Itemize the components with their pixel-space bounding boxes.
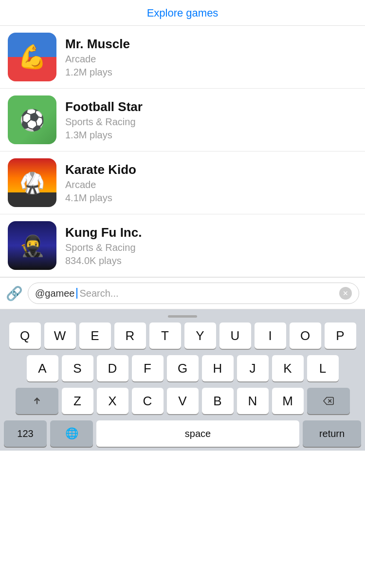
game-thumb-kung-fu-inc	[8, 221, 56, 270]
key-r[interactable]: R	[114, 322, 146, 349]
key-p[interactable]: P	[325, 322, 356, 349]
search-input-wrapper[interactable]: @gamee Search... ✕	[28, 283, 359, 304]
game-plays-kung-fu-inc: 834.0K plays	[65, 255, 142, 266]
keyboard-drag-handle	[168, 315, 197, 318]
key-f[interactable]: F	[132, 355, 164, 381]
keyboard-row-2: A S D F G H J K L	[2, 355, 363, 381]
key-g[interactable]: G	[167, 355, 199, 381]
key-j[interactable]: J	[237, 355, 269, 381]
text-cursor	[76, 288, 77, 299]
game-info-football-star: Football Star Sports & Racing 1.3M plays	[65, 99, 143, 141]
key-s[interactable]: S	[62, 355, 93, 381]
key-h[interactable]: H	[202, 355, 234, 381]
key-t[interactable]: T	[149, 322, 181, 349]
key-globe[interactable]: 🌐	[50, 420, 93, 447]
key-x[interactable]: X	[97, 388, 128, 414]
explore-header: Explore games	[0, 0, 365, 26]
game-item-mr-muscle[interactable]: Mr. Muscle Arcade 1.2M plays	[0, 26, 365, 89]
game-item-kung-fu-inc[interactable]: Kung Fu Inc. Sports & Racing 834.0K play…	[0, 214, 365, 277]
clear-icon-symbol: ✕	[343, 289, 348, 297]
search-placeholder: Search...	[79, 288, 118, 299]
key-m[interactable]: M	[272, 388, 304, 414]
game-name-football-star: Football Star	[65, 99, 143, 114]
attachment-icon[interactable]: 🔗	[6, 285, 23, 302]
key-c[interactable]: C	[132, 388, 164, 414]
keyboard-row-1: Q W E R T Y U I O P	[2, 322, 363, 349]
game-item-karate-kido[interactable]: Karate Kido Arcade 4.1M plays	[0, 152, 365, 214]
game-plays-mr-muscle: 1.2M plays	[65, 67, 130, 78]
key-k[interactable]: K	[272, 355, 304, 381]
key-q[interactable]: Q	[9, 322, 41, 349]
game-plays-karate-kido: 4.1M plays	[65, 192, 136, 204]
key-i[interactable]: I	[255, 322, 286, 349]
game-category-football-star: Sports & Racing	[65, 116, 143, 128]
key-shift[interactable]	[16, 388, 58, 414]
game-category-karate-kido: Arcade	[65, 179, 136, 190]
game-name-karate-kido: Karate Kido	[65, 162, 136, 177]
clear-search-button[interactable]: ✕	[339, 287, 352, 300]
keyboard-row-3: Z X C V B N M	[2, 388, 363, 414]
game-category-kung-fu-inc: Sports & Racing	[65, 242, 142, 253]
key-space[interactable]: space	[96, 420, 299, 447]
game-list: Mr. Muscle Arcade 1.2M plays Football St…	[0, 26, 365, 277]
key-o[interactable]: O	[290, 322, 321, 349]
game-plays-football-star: 1.3M plays	[65, 130, 143, 141]
game-info-karate-kido: Karate Kido Arcade 4.1M plays	[65, 162, 136, 204]
game-info-kung-fu-inc: Kung Fu Inc. Sports & Racing 834.0K play…	[65, 225, 142, 266]
search-bar-container: 🔗 @gamee Search... ✕	[0, 277, 365, 309]
explore-games-link[interactable]: Explore games	[147, 7, 219, 19]
game-thumb-mr-muscle	[8, 33, 56, 81]
globe-icon: 🌐	[65, 427, 78, 440]
key-return[interactable]: return	[303, 420, 361, 447]
key-d[interactable]: D	[97, 355, 128, 381]
key-a[interactable]: A	[27, 355, 58, 381]
key-delete[interactable]	[307, 388, 350, 414]
key-z[interactable]: Z	[62, 388, 93, 414]
key-e[interactable]: E	[79, 322, 111, 349]
game-name-kung-fu-inc: Kung Fu Inc.	[65, 225, 142, 240]
keyboard-row-4: 123 🌐 space return	[4, 420, 361, 447]
game-item-football-star[interactable]: Football Star Sports & Racing 1.3M plays	[0, 89, 365, 152]
key-n[interactable]: N	[237, 388, 269, 414]
game-name-mr-muscle: Mr. Muscle	[65, 37, 130, 52]
key-y[interactable]: Y	[184, 322, 216, 349]
key-b[interactable]: B	[202, 388, 234, 414]
game-category-mr-muscle: Arcade	[65, 54, 130, 65]
key-v[interactable]: V	[167, 388, 199, 414]
key-u[interactable]: U	[219, 322, 251, 349]
game-info-mr-muscle: Mr. Muscle Arcade 1.2M plays	[65, 37, 130, 78]
search-prefix: @gamee	[35, 288, 74, 299]
key-l[interactable]: L	[307, 355, 339, 381]
game-thumb-football-star	[8, 95, 56, 144]
keyboard: Q W E R T Y U I O P A S D F G H J K L Z …	[0, 309, 365, 451]
key-123[interactable]: 123	[4, 420, 47, 447]
game-thumb-karate-kido	[8, 158, 56, 207]
key-w[interactable]: W	[44, 322, 76, 349]
